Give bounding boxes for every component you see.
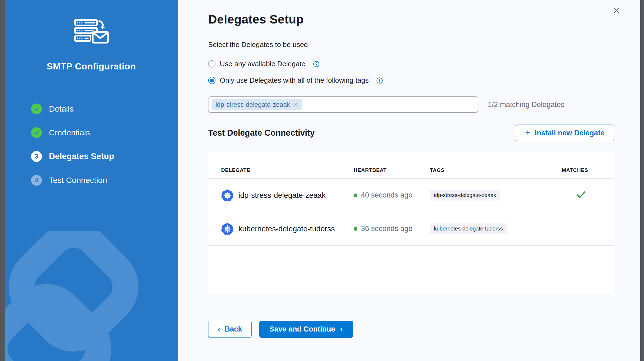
step-complete-check-icon (31, 103, 42, 114)
delegates-table: DELEGATE HEARTBEAT TAGS MATCHES (208, 151, 614, 294)
info-icon[interactable] (376, 77, 383, 84)
page-title: Delegates Setup (208, 12, 614, 26)
install-new-delegate-button[interactable]: + Install new Delegate (516, 125, 614, 141)
radio-label: Only use Delegates with all of the follo… (220, 76, 369, 85)
heartbeat-text: 40 seconds ago (361, 191, 413, 199)
kubernetes-icon (221, 223, 234, 235)
matches-check-icon (576, 191, 586, 199)
wizard-sidebar: SMTP Configuration Details Credentials 3 (5, 0, 178, 361)
delegate-tag: idp-stress-delegate-zeaak (430, 190, 500, 200)
table-row: idp-stress-delegate-zeaak 40 seconds ago… (208, 179, 614, 212)
step-test-connection[interactable]: 4 Test Connection (31, 175, 114, 186)
radio-label: Use any available Delegate (220, 60, 306, 68)
test-connectivity-heading: Test Delegate Connectivity (208, 128, 315, 138)
step-label: Delegates Setup (49, 152, 114, 161)
wizard-steps: Details Credentials 3 Delegates Setup 4 … (5, 103, 114, 186)
column-header-delegate: DELEGATE (221, 167, 354, 173)
heartbeat-text: 36 seconds ago (361, 225, 413, 233)
column-header-tags: TAGS (430, 167, 562, 173)
heartbeat-status-dot (354, 227, 357, 231)
radio-any-delegate[interactable]: Use any available Delegate (208, 60, 614, 68)
step-delegates-setup[interactable]: 3 Delegates Setup (31, 151, 114, 162)
back-button[interactable]: ‹ Back (208, 321, 252, 338)
step-label: Credentials (49, 128, 90, 137)
column-header-heartbeat: HEARTBEAT (354, 167, 430, 173)
install-button-label: Install new Delegate (535, 129, 605, 137)
step-credentials[interactable]: Credentials (31, 127, 114, 138)
matching-delegates-count: 1/2 matching Delegates (488, 101, 565, 109)
smtp-configuration-modal: SMTP Configuration Details Credentials 3 (0, 0, 644, 361)
save-and-continue-button[interactable]: Save and Continue › (259, 321, 353, 338)
delegates-setup-panel: ✕ Delegates Setup Select the Delegates t… (178, 0, 640, 361)
delegate-selection-radio-group: Use any available Delegate Only use Dele… (208, 60, 614, 85)
harness-logo-watermark (5, 231, 178, 361)
delegate-name: kubernetes-delegate-tudorss (238, 225, 335, 233)
radio-tagged-delegates[interactable]: Only use Delegates with all of the follo… (208, 76, 614, 85)
back-button-label: Back (225, 325, 242, 333)
step-number-badge: 3 (31, 151, 42, 162)
step-number-badge: 4 (31, 175, 42, 186)
delegate-name: idp-stress-delegate-zeaak (238, 191, 326, 200)
wizard-footer: ‹ Back Save and Continue › (208, 321, 614, 338)
tag-chip-label: idp-stress-delegate-zeaak (215, 101, 290, 108)
plus-icon: + (525, 128, 530, 137)
tag-filter-row: idp-stress-delegate-zeaak ✕ 1/2 matching… (208, 96, 614, 113)
chevron-left-icon: ‹ (218, 325, 220, 333)
smtp-servers-mail-icon (74, 19, 109, 46)
close-icon[interactable]: ✕ (610, 5, 622, 17)
tag-chip: idp-stress-delegate-zeaak ✕ (212, 99, 302, 110)
step-label: Test Connection (49, 176, 107, 185)
step-complete-check-icon (31, 127, 42, 138)
radio-unselected-icon[interactable] (208, 60, 215, 68)
heartbeat-status-dot (354, 193, 357, 197)
column-header-matches: MATCHES (562, 167, 601, 173)
select-delegates-subtitle: Select the Delegates to be used (208, 41, 614, 49)
step-details[interactable]: Details (31, 103, 114, 114)
info-icon[interactable] (313, 61, 320, 67)
table-header-row: DELEGATE HEARTBEAT TAGS MATCHES (208, 151, 614, 179)
table-row: kubernetes-delegate-tudorss 36 seconds a… (208, 212, 614, 246)
delegate-tag: kubernetes-delegate-tudorss (430, 223, 507, 234)
radio-selected-icon[interactable] (208, 77, 215, 84)
wizard-title: SMTP Configuration (47, 61, 136, 72)
step-label: Details (49, 104, 74, 113)
kubernetes-icon (221, 189, 234, 202)
connectivity-header-row: Test Delegate Connectivity + Install new… (208, 125, 614, 141)
tags-input[interactable]: idp-stress-delegate-zeaak ✕ (208, 96, 478, 113)
chevron-right-icon: › (340, 325, 343, 333)
remove-tag-icon[interactable]: ✕ (293, 101, 298, 108)
save-button-label: Save and Continue (270, 325, 335, 333)
